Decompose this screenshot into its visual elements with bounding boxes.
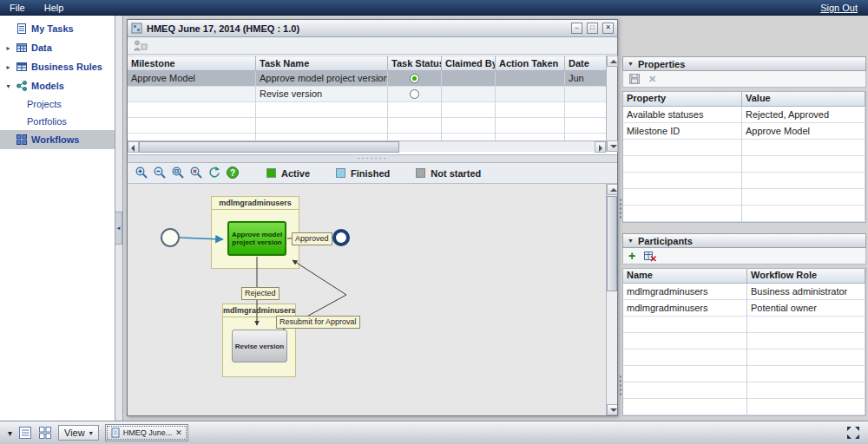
start-event-node[interactable] bbox=[161, 228, 180, 247]
sidebar-label: Business Rules bbox=[31, 62, 102, 72]
scroll-down-button[interactable] bbox=[607, 404, 617, 415]
data-icon bbox=[16, 42, 28, 54]
scroll-down-button[interactable] bbox=[607, 140, 618, 152]
empty-row bbox=[128, 118, 617, 134]
sidebar-item-workflows[interactable]: Workflows bbox=[0, 130, 115, 149]
sidebar-item-models[interactable]: ▾ Models bbox=[0, 76, 115, 95]
empty-row bbox=[623, 317, 865, 333]
view-dropdown[interactable]: View ▾ bbox=[58, 425, 99, 441]
minimize-button[interactable]: – bbox=[571, 23, 582, 34]
zoom-fit-icon[interactable] bbox=[171, 166, 186, 180]
sidebar-item-my-tasks[interactable]: My Tasks bbox=[0, 19, 115, 38]
sidebar-label: Portfolios bbox=[27, 116, 67, 127]
participant-row[interactable]: mdlmgradminusers Business administrator bbox=[623, 284, 865, 300]
participants-toolbar: + bbox=[622, 248, 866, 264]
diagram-vertical-scrollbar[interactable] bbox=[606, 184, 617, 415]
end-event-node[interactable] bbox=[332, 229, 350, 246]
add-participant-icon[interactable]: + bbox=[628, 251, 635, 261]
expand-arrow-icon[interactable]: ▸ bbox=[4, 44, 12, 52]
scroll-left-button[interactable] bbox=[128, 141, 139, 153]
sidebar-item-business-rules[interactable]: ▸ Business Rules bbox=[0, 57, 115, 76]
active-swatch bbox=[266, 168, 276, 178]
expand-arrow-icon[interactable]: ▸ bbox=[4, 63, 12, 71]
task-row[interactable]: Approve Model Approve model project vers… bbox=[128, 71, 617, 87]
collapse-section-icon[interactable]: ▼ bbox=[628, 61, 634, 67]
list-view-icon[interactable] bbox=[18, 426, 32, 440]
column-header-name[interactable]: Name bbox=[623, 269, 747, 284]
scroll-up-button[interactable] bbox=[607, 56, 618, 67]
collapse-section-icon[interactable]: ▼ bbox=[628, 238, 634, 244]
bottom-taskbar: ▾ View ▾ HMEQ June... ✕ bbox=[0, 421, 868, 444]
open-document-tab[interactable]: HMEQ June... ✕ bbox=[105, 424, 188, 441]
task-row[interactable]: Revise version bbox=[128, 87, 617, 102]
finished-swatch bbox=[336, 168, 345, 178]
participants-title: Participants bbox=[638, 236, 693, 246]
column-header-claimed-by[interactable]: Claimed By bbox=[442, 56, 496, 71]
participant-row[interactable]: mdlmgradminusers Potential owner bbox=[623, 300, 865, 317]
cell-value: Rejected, Approved bbox=[742, 107, 865, 123]
zoom-out-icon[interactable] bbox=[153, 166, 168, 180]
menu-help[interactable]: Help bbox=[35, 3, 74, 13]
collapse-sidebar-button[interactable]: ◂ bbox=[115, 212, 122, 245]
column-header-milestone[interactable]: Milestone bbox=[128, 56, 256, 71]
tasks-table-header: Milestone Task Name Task Status Claimed … bbox=[128, 56, 617, 71]
status-not-started-icon bbox=[410, 89, 419, 99]
collapse-taskbar-icon[interactable]: ▾ bbox=[8, 428, 12, 438]
column-header-action-taken[interactable]: Action Taken bbox=[496, 56, 565, 71]
workflow-diagram-canvas[interactable]: mdlmgradminusers mdlmgradminusers Approv… bbox=[128, 184, 617, 415]
edge-label-approved: Approved bbox=[292, 232, 332, 245]
edge-label-rejected: Rejected bbox=[241, 287, 279, 300]
claim-task-icon[interactable] bbox=[133, 39, 148, 52]
sign-out-link[interactable]: Sign Out bbox=[820, 3, 868, 13]
tab-label: HMEQ June... bbox=[123, 428, 173, 437]
window-titlebar[interactable]: HMEQ June 17, 2014 (HMEQ : 1.0) – □ ✕ bbox=[128, 20, 617, 37]
dropdown-arrow-icon: ▾ bbox=[89, 429, 93, 437]
maximize-button[interactable]: □ bbox=[587, 23, 598, 34]
property-row[interactable]: Available statuses Rejected, Approved bbox=[623, 107, 865, 123]
collapse-arrow-icon[interactable]: ▾ bbox=[4, 82, 12, 90]
sidebar-splitter[interactable]: ◂ bbox=[115, 16, 123, 421]
column-header-task-name[interactable]: Task Name bbox=[256, 56, 388, 71]
scrollbar-thumb[interactable] bbox=[607, 196, 617, 291]
sidebar-item-data[interactable]: ▸ Data bbox=[0, 38, 115, 57]
column-header-property[interactable]: Property bbox=[623, 92, 742, 107]
tab-close-icon[interactable]: ✕ bbox=[175, 428, 182, 437]
cell-property: Milestone ID bbox=[623, 123, 742, 140]
grid-view-icon[interactable] bbox=[38, 426, 52, 440]
revise-task-node[interactable]: Revise version bbox=[232, 330, 287, 362]
models-icon bbox=[16, 80, 28, 92]
cell-property: Available statuses bbox=[623, 107, 742, 123]
column-header-value[interactable]: Value bbox=[742, 92, 865, 107]
scroll-up-button[interactable] bbox=[607, 184, 617, 195]
cell-role: Potential owner bbox=[747, 300, 865, 317]
sidebar-item-projects[interactable]: Projects bbox=[0, 95, 115, 113]
delete-icon[interactable]: ✕ bbox=[648, 74, 656, 85]
table-diagram-splitter[interactable]: ······· bbox=[128, 154, 617, 163]
participants-section-header[interactable]: ▼ Participants bbox=[622, 233, 866, 248]
empty-row bbox=[623, 382, 865, 399]
expand-workspace-icon[interactable] bbox=[846, 426, 860, 440]
refresh-icon[interactable] bbox=[207, 166, 222, 180]
column-header-task-status[interactable]: Task Status bbox=[388, 56, 442, 71]
property-row[interactable]: Milestone ID Approve Model bbox=[623, 123, 865, 140]
empty-row bbox=[623, 189, 865, 206]
save-icon[interactable] bbox=[628, 73, 641, 85]
zoom-in-icon[interactable] bbox=[135, 166, 149, 180]
properties-title: Properties bbox=[638, 59, 685, 69]
scrollbar-thumb[interactable] bbox=[139, 141, 399, 153]
diagram-toolbar: ? Active Finished Not started bbox=[128, 163, 617, 184]
zoom-reset-icon[interactable] bbox=[189, 166, 204, 180]
scroll-right-button[interactable] bbox=[595, 141, 606, 153]
properties-section-header[interactable]: ▼ Properties bbox=[622, 56, 866, 71]
tasks-horizontal-scrollbar[interactable] bbox=[128, 140, 606, 152]
legend-active-label: Active bbox=[281, 168, 310, 179]
close-button[interactable]: ✕ bbox=[602, 23, 614, 34]
sidebar-item-portfolios[interactable]: Portfolios bbox=[0, 113, 115, 130]
sidebar-label: Data bbox=[31, 42, 52, 53]
help-icon[interactable]: ? bbox=[226, 166, 240, 180]
approve-task-node[interactable]: Approve model project version bbox=[227, 221, 286, 256]
column-header-workflow-role[interactable]: Workflow Role bbox=[747, 269, 865, 284]
remove-participant-icon[interactable] bbox=[643, 250, 657, 262]
menu-file[interactable]: File bbox=[0, 3, 35, 13]
tasks-vertical-scrollbar[interactable] bbox=[606, 56, 617, 152]
